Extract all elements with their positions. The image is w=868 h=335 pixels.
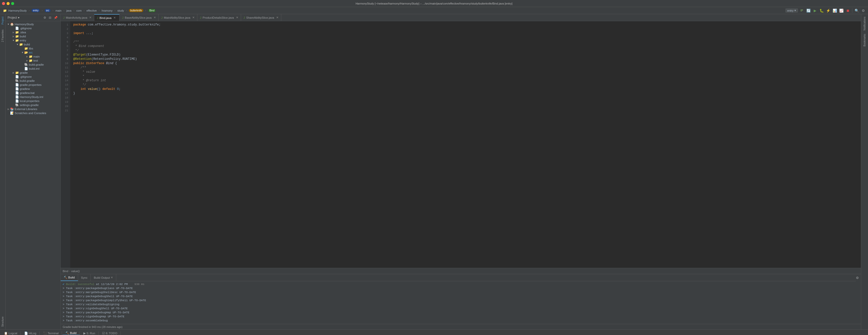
search-everywhere-button[interactable]: 🔍 — [854, 8, 860, 13]
nav-bind[interactable]: Bind — [147, 8, 157, 12]
tab-baseAbilitySlice[interactable]: J BaseAbilitySlice.java ✕ — [120, 14, 159, 21]
tree-pin-icon[interactable]: 📌 — [53, 15, 58, 20]
project-view-button[interactable]: Project — [1, 15, 4, 26]
build-output-tab[interactable]: Build Output ✕ — [91, 274, 116, 281]
tree-item-test[interactable]: ▶ 📁 test — [5, 59, 60, 63]
tab-shareAbilitySlice[interactable]: J ShareAbilitySlice.java ✕ — [241, 14, 281, 21]
properties-file-icon: 📄 — [15, 83, 19, 87]
make-project-button[interactable] — [799, 8, 805, 13]
nav-butterknife[interactable]: butterknife — [128, 8, 144, 12]
nav-src[interactable]: src — [44, 8, 52, 12]
tree-item-build-gradle[interactable]: 🐘 build.gradle — [5, 79, 60, 83]
maximize-button[interactable] — [11, 2, 14, 5]
code-editor[interactable]: package com.effective.hramony.study.butt… — [70, 21, 861, 268]
build-tab[interactable]: 🔨 Build — [61, 274, 78, 281]
nav-harmonyStudy[interactable]: 📁 HarmonyStudy — [2, 8, 28, 13]
debug-button[interactable]: 🐛 — [819, 8, 824, 13]
build-status-bar: Gradle build finished in 943 ms (28 minu… — [61, 324, 861, 330]
project-panel-title: Project ▾ — [7, 16, 20, 20]
folder-icon: 📁 — [15, 39, 19, 42]
nav-study[interactable]: study — [116, 8, 125, 12]
tab-close-icon[interactable]: ✕ — [192, 16, 194, 19]
tree-item-gitignore[interactable]: 📄 .gitignore — [5, 26, 60, 30]
build-output-close-icon[interactable]: ✕ — [111, 276, 113, 279]
logcat-tool-button[interactable]: 📋 Logcat — [1, 332, 21, 335]
nav-effective[interactable]: effective — [85, 8, 98, 12]
settings-button[interactable]: ⚙ — [861, 8, 866, 13]
attach-debugger-button[interactable]: ⚡ — [825, 8, 831, 13]
tree-item-scratches[interactable]: 📝 Scratches and Consoles — [5, 111, 60, 115]
tab-close-icon[interactable]: ✕ — [236, 16, 238, 19]
java-file-icon: J — [200, 16, 202, 19]
activity-bar: Project 2 Favorites Structure — [0, 14, 5, 330]
tab-close-icon[interactable]: ✕ — [114, 16, 116, 20]
tab-close-icon[interactable]: ✕ — [154, 16, 156, 19]
nav-main[interactable]: main — [54, 8, 62, 12]
tree-item-entry[interactable]: ▼ 📁 entry — [5, 38, 60, 42]
tab-close-icon[interactable]: ✕ — [89, 16, 91, 19]
close-button[interactable] — [2, 2, 5, 5]
sync-project-button[interactable]: 🔄 — [806, 8, 811, 13]
tree-item-libs[interactable]: 📁 libs — [5, 46, 60, 51]
minimize-button[interactable] — [6, 2, 9, 5]
run-tool-button[interactable]: ▶ 5: Run — [80, 332, 98, 335]
tree-item-settings-gradle[interactable]: 🐘 settings.gradle — [5, 103, 60, 107]
structure-button[interactable]: Structure — [1, 315, 4, 329]
tree-item-src[interactable]: ▼ 📂 src — [5, 51, 60, 55]
todo-icon: ☑ — [102, 332, 105, 335]
project-tree-content: ▼ 🏠 HarmonyStudy 📄 .gitignore ▶ 📁 .idea — [5, 21, 60, 330]
run-button[interactable]: ▶ — [812, 8, 818, 13]
bookmarks-label[interactable]: Bookmarks — [863, 32, 867, 48]
folder-icon: 📁 — [24, 47, 28, 50]
tree-item-entry-build[interactable]: ▼ 📁 build — [5, 42, 60, 46]
build-panel-settings-icon[interactable]: ⚙ — [856, 276, 859, 280]
tab-mainAbilitySlice[interactable]: J MainAbilitySlice.java ✕ — [159, 14, 197, 21]
tree-item-build-iml[interactable]: 📄 build.iml — [5, 67, 60, 71]
notifications-label[interactable]: Notifications — [863, 15, 867, 32]
nav-com[interactable]: com — [75, 8, 83, 12]
tab-mainActivity[interactable]: J MainActivity.java ✕ — [61, 14, 94, 21]
coverage-button[interactable]: 📊 — [832, 8, 837, 13]
tab-productDetailsSlice[interactable]: J ProductDetailsSlice.java ✕ — [197, 14, 241, 21]
profile-button[interactable]: 📈 — [838, 8, 844, 13]
expand-arrow: ▶ — [11, 31, 15, 34]
nav-entry[interactable]: entry — [31, 8, 41, 12]
expand-arrow: ▼ — [21, 51, 24, 54]
tree-item-gitignore2[interactable]: 📄 .gitignore — [5, 75, 60, 79]
terminal-tool-button[interactable]: ⬛ Terminal — [40, 332, 62, 335]
tree-item-external-libraries[interactable]: ▶ 📚 External Libraries — [5, 107, 60, 111]
folder-icon: 📁 — [15, 35, 19, 38]
tree-item-idea[interactable]: ▶ 📁 .idea — [5, 30, 60, 34]
tree-item-gradle[interactable]: ▶ 📁 gradle — [5, 71, 60, 75]
build-task-row: > Task :entry:mergeDebugShellDesc UP-TO-… — [63, 290, 859, 294]
build-task-row: > Task :entry:validateDebugSigning — [63, 302, 859, 306]
git-file-icon: 📄 — [15, 75, 19, 78]
expand-arrow: ▶ — [11, 35, 15, 38]
tree-item-harmonyStudy-iml[interactable]: 📄 HarmonyStudy.iml — [5, 95, 60, 99]
tree-settings-icon[interactable]: ⚙ — [43, 15, 47, 20]
tree-item-gradlew[interactable]: 📄 gradlew — [5, 87, 60, 91]
build-tool-button[interactable]: 🔨 Build — [62, 331, 80, 335]
run-config-dropdown[interactable]: entry ▾ — [785, 8, 798, 12]
project-tree-panel: Project ▾ ⚙ ⊟ 📌 ▼ 🏠 HarmonyStudy 📄 .giti… — [5, 14, 61, 330]
tree-item-gradlew-bat[interactable]: 📄 gradlew.bat — [5, 91, 60, 95]
right-sidebar: Notifications Bookmarks — [861, 14, 868, 330]
tree-item-main[interactable]: ▶ 📁 main — [5, 55, 60, 59]
tree-item-harmonyStudy[interactable]: ▼ 🏠 HarmonyStudy — [5, 22, 60, 26]
tree-item-build-gradle-entry[interactable]: 🐘 build.gradle — [5, 63, 60, 67]
nav-java[interactable]: java — [65, 8, 72, 12]
tab-close-icon[interactable]: ✕ — [276, 16, 278, 19]
tree-collapse-icon[interactable]: ⊟ — [48, 15, 52, 20]
sync-tab[interactable]: Sync — [78, 274, 91, 281]
todo-tool-button[interactable]: ☑ 6: TODO — [99, 332, 121, 335]
tree-item-gradle-properties[interactable]: 📄 gradle.properties — [5, 83, 60, 87]
hilog-tool-button[interactable]: 📄 HiLog — [21, 332, 40, 335]
nav-hramony[interactable]: hramony — [100, 8, 114, 12]
tree-item-build-root[interactable]: ▶ 📁 build — [5, 34, 60, 38]
stop-button[interactable]: ⏹ — [845, 8, 850, 13]
project-folder-icon: 🏠 — [10, 23, 14, 26]
tree-item-local-properties[interactable]: 📄 local.properties — [5, 99, 60, 103]
favorites-button[interactable]: 2 Favorites — [1, 28, 4, 43]
logcat-icon: 📋 — [4, 332, 7, 335]
tab-bind[interactable]: J Bind.java ✕ — [94, 14, 120, 21]
